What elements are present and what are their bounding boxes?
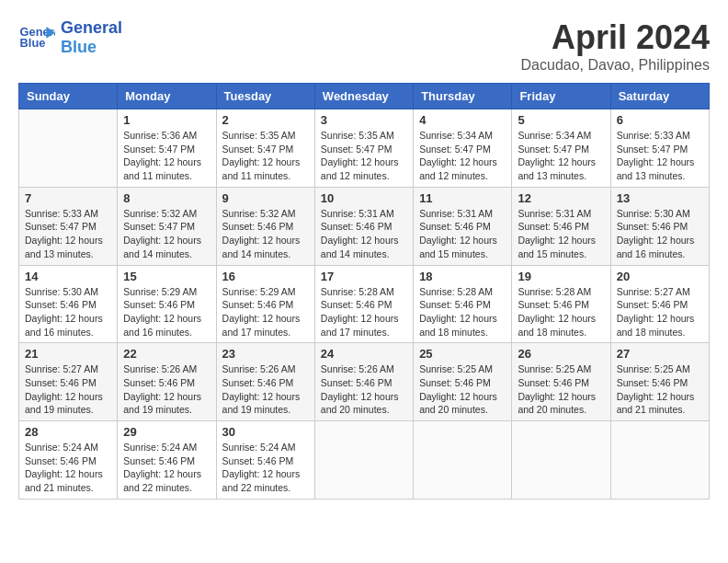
- day-number: 14: [25, 270, 111, 283]
- day-number: 5: [518, 113, 604, 127]
- calendar-cell: 24Sunrise: 5:26 AM Sunset: 5:46 PM Dayli…: [314, 343, 413, 421]
- day-info: Sunrise: 5:28 AM Sunset: 5:46 PM Dayligh…: [321, 285, 407, 339]
- day-number: 24: [321, 347, 407, 361]
- header-day-wednesday: Wednesday: [314, 84, 413, 109]
- calendar-cell: 23Sunrise: 5:26 AM Sunset: 5:46 PM Dayli…: [216, 343, 314, 421]
- logo-text-line2: Blue: [61, 38, 122, 57]
- day-number: 30: [222, 425, 309, 439]
- day-number: 23: [222, 347, 309, 361]
- calendar-title: April 2024: [521, 18, 710, 57]
- logo-icon: General Blue: [18, 19, 55, 56]
- day-info: Sunrise: 5:30 AM Sunset: 5:46 PM Dayligh…: [25, 285, 111, 339]
- day-number: 7: [25, 191, 111, 205]
- day-number: 25: [419, 347, 506, 361]
- calendar-week-row: 7Sunrise: 5:33 AM Sunset: 5:47 PM Daylig…: [19, 187, 710, 265]
- calendar-cell: 14Sunrise: 5:30 AM Sunset: 5:46 PM Dayli…: [19, 265, 118, 343]
- day-info: Sunrise: 5:25 AM Sunset: 5:46 PM Dayligh…: [518, 362, 604, 417]
- calendar-cell: 13Sunrise: 5:30 AM Sunset: 5:46 PM Dayli…: [610, 187, 709, 265]
- day-info: Sunrise: 5:34 AM Sunset: 5:47 PM Dayligh…: [518, 129, 604, 183]
- title-section: April 2024 Dacudao, Davao, Philippines: [521, 18, 710, 74]
- day-info: Sunrise: 5:24 AM Sunset: 5:46 PM Dayligh…: [25, 441, 111, 495]
- calendar-cell: 17Sunrise: 5:28 AM Sunset: 5:46 PM Dayli…: [314, 265, 413, 343]
- day-number: 29: [123, 425, 210, 439]
- day-info: Sunrise: 5:30 AM Sunset: 5:46 PM Dayligh…: [617, 207, 703, 261]
- day-number: 8: [123, 191, 210, 205]
- day-number: 26: [518, 347, 604, 361]
- calendar-cell: [19, 109, 118, 188]
- day-info: Sunrise: 5:25 AM Sunset: 5:46 PM Dayligh…: [617, 362, 703, 417]
- calendar-cell: 28Sunrise: 5:24 AM Sunset: 5:46 PM Dayli…: [19, 421, 118, 500]
- day-number: 16: [222, 270, 309, 283]
- header-day-tuesday: Tuesday: [216, 84, 314, 109]
- header-day-friday: Friday: [512, 84, 610, 109]
- header-day-saturday: Saturday: [610, 84, 709, 109]
- calendar-cell: 29Sunrise: 5:24 AM Sunset: 5:46 PM Dayli…: [118, 421, 216, 500]
- day-info: Sunrise: 5:26 AM Sunset: 5:46 PM Dayligh…: [123, 362, 210, 417]
- calendar-cell: [610, 421, 709, 500]
- day-info: Sunrise: 5:31 AM Sunset: 5:46 PM Dayligh…: [321, 207, 407, 261]
- day-number: 10: [321, 191, 407, 205]
- day-info: Sunrise: 5:26 AM Sunset: 5:46 PM Dayligh…: [321, 362, 407, 417]
- day-info: Sunrise: 5:34 AM Sunset: 5:47 PM Dayligh…: [419, 129, 506, 183]
- day-number: 17: [321, 270, 407, 283]
- day-number: 12: [518, 191, 604, 205]
- day-info: Sunrise: 5:26 AM Sunset: 5:46 PM Dayligh…: [222, 362, 309, 417]
- calendar-week-row: 21Sunrise: 5:27 AM Sunset: 5:46 PM Dayli…: [19, 343, 710, 421]
- svg-text:Blue: Blue: [20, 36, 46, 50]
- calendar-cell: 15Sunrise: 5:29 AM Sunset: 5:46 PM Dayli…: [118, 265, 216, 343]
- day-info: Sunrise: 5:24 AM Sunset: 5:46 PM Dayligh…: [222, 441, 309, 495]
- day-number: 22: [123, 347, 210, 361]
- calendar-cell: 27Sunrise: 5:25 AM Sunset: 5:46 PM Dayli…: [610, 343, 709, 421]
- calendar-week-row: 14Sunrise: 5:30 AM Sunset: 5:46 PM Dayli…: [19, 265, 710, 343]
- day-number: 4: [419, 113, 506, 127]
- calendar-cell: 9Sunrise: 5:32 AM Sunset: 5:46 PM Daylig…: [216, 187, 314, 265]
- calendar-cell: 10Sunrise: 5:31 AM Sunset: 5:46 PM Dayli…: [314, 187, 413, 265]
- day-info: Sunrise: 5:36 AM Sunset: 5:47 PM Dayligh…: [123, 129, 210, 183]
- day-info: Sunrise: 5:27 AM Sunset: 5:46 PM Dayligh…: [617, 285, 703, 339]
- day-number: 21: [25, 347, 111, 361]
- calendar-cell: 19Sunrise: 5:28 AM Sunset: 5:46 PM Dayli…: [512, 265, 610, 343]
- day-info: Sunrise: 5:31 AM Sunset: 5:46 PM Dayligh…: [419, 207, 506, 261]
- calendar-cell: 20Sunrise: 5:27 AM Sunset: 5:46 PM Dayli…: [610, 265, 709, 343]
- calendar-cell: 16Sunrise: 5:29 AM Sunset: 5:46 PM Dayli…: [216, 265, 314, 343]
- calendar-cell: 30Sunrise: 5:24 AM Sunset: 5:46 PM Dayli…: [216, 421, 314, 500]
- logo-text-line1: General: [61, 18, 122, 38]
- day-number: 18: [419, 270, 506, 283]
- calendar-week-row: 28Sunrise: 5:24 AM Sunset: 5:46 PM Dayli…: [19, 421, 710, 500]
- day-info: Sunrise: 5:32 AM Sunset: 5:46 PM Dayligh…: [222, 207, 309, 261]
- header-day-sunday: Sunday: [19, 84, 118, 109]
- day-number: 1: [123, 113, 210, 127]
- day-number: 19: [518, 270, 604, 283]
- calendar-cell: [414, 421, 512, 500]
- header-day-thursday: Thursday: [414, 84, 512, 109]
- calendar-week-row: 1Sunrise: 5:36 AM Sunset: 5:47 PM Daylig…: [19, 109, 710, 188]
- day-number: 28: [25, 425, 111, 439]
- day-number: 11: [419, 191, 506, 205]
- calendar-cell: 12Sunrise: 5:31 AM Sunset: 5:46 PM Dayli…: [512, 187, 610, 265]
- day-number: 2: [222, 113, 309, 127]
- calendar-cell: 4Sunrise: 5:34 AM Sunset: 5:47 PM Daylig…: [414, 109, 512, 188]
- day-info: Sunrise: 5:31 AM Sunset: 5:46 PM Dayligh…: [518, 207, 604, 261]
- calendar-cell: 26Sunrise: 5:25 AM Sunset: 5:46 PM Dayli…: [512, 343, 610, 421]
- day-number: 13: [617, 191, 703, 205]
- calendar-cell: 5Sunrise: 5:34 AM Sunset: 5:47 PM Daylig…: [512, 109, 610, 188]
- day-info: Sunrise: 5:35 AM Sunset: 5:47 PM Dayligh…: [321, 129, 407, 183]
- day-info: Sunrise: 5:29 AM Sunset: 5:46 PM Dayligh…: [123, 285, 210, 339]
- calendar-table: SundayMondayTuesdayWednesdayThursdayFrid…: [18, 83, 710, 500]
- day-info: Sunrise: 5:33 AM Sunset: 5:47 PM Dayligh…: [617, 129, 703, 183]
- calendar-cell: 18Sunrise: 5:28 AM Sunset: 5:46 PM Dayli…: [414, 265, 512, 343]
- calendar-cell: 8Sunrise: 5:32 AM Sunset: 5:47 PM Daylig…: [118, 187, 216, 265]
- day-number: 9: [222, 191, 309, 205]
- day-number: 3: [321, 113, 407, 127]
- day-info: Sunrise: 5:28 AM Sunset: 5:46 PM Dayligh…: [518, 285, 604, 339]
- header-day-monday: Monday: [118, 84, 216, 109]
- calendar-cell: [314, 421, 413, 500]
- day-info: Sunrise: 5:33 AM Sunset: 5:47 PM Dayligh…: [25, 207, 111, 261]
- day-number: 15: [123, 270, 210, 283]
- day-info: Sunrise: 5:25 AM Sunset: 5:46 PM Dayligh…: [419, 362, 506, 417]
- calendar-body: 1Sunrise: 5:36 AM Sunset: 5:47 PM Daylig…: [19, 109, 710, 500]
- day-number: 27: [617, 347, 703, 361]
- calendar-cell: 25Sunrise: 5:25 AM Sunset: 5:46 PM Dayli…: [414, 343, 512, 421]
- calendar-cell: 6Sunrise: 5:33 AM Sunset: 5:47 PM Daylig…: [610, 109, 709, 188]
- logo: General Blue General Blue: [18, 18, 122, 56]
